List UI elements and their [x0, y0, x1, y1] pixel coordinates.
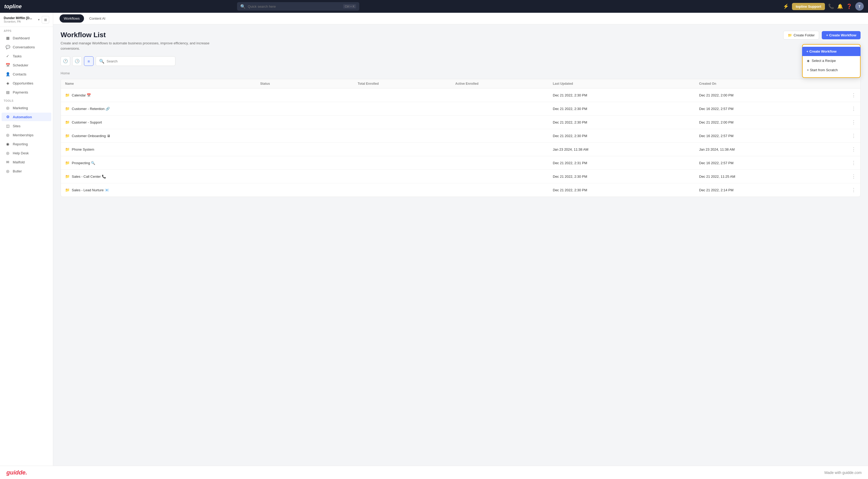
row-created-on: Dec 16 2022, 2:57 PM	[699, 134, 846, 138]
row-menu-button[interactable]: ⋮	[845, 119, 856, 125]
sidebar-item-dashboard[interactable]: ▦ Dashboard	[2, 34, 51, 42]
col-total-enrolled: Total Enrolled	[358, 82, 455, 86]
sidebar-item-automation[interactable]: ⚙ Automation	[2, 113, 51, 121]
row-last-updated: Dec 21 2022, 2:31 PM	[553, 161, 699, 165]
chevron-down-icon: ▾	[38, 18, 40, 22]
row-menu-button[interactable]: ⋮	[845, 173, 856, 179]
row-menu-button[interactable]: ⋮	[845, 160, 856, 166]
account-switcher[interactable]: Dunder Mifflin [D... Scranton, PA ▾ ⊞	[0, 13, 53, 27]
phone-icon[interactable]: 📞	[828, 3, 834, 9]
sidebar-item-butler[interactable]: ◎ Butler	[2, 167, 51, 175]
row-created-on: Jan 23 2024, 11:38 AM	[699, 148, 846, 152]
time-view-button[interactable]: 🕒	[72, 56, 82, 66]
lightning-icon[interactable]: ⚡	[783, 3, 789, 9]
sidebar-item-tasks[interactable]: ✓ Tasks	[2, 52, 51, 60]
row-created-on: Dec 16 2022, 2:57 PM	[699, 107, 846, 111]
row-name-customer-onboarding: 📁 Customer Onboarding 🖥	[65, 134, 260, 138]
row-menu-button[interactable]: ⋮	[845, 187, 856, 193]
sidebar-item-sites[interactable]: ◫ Sites	[2, 122, 51, 130]
folder-icon: 📁	[65, 188, 70, 192]
sidebar-item-contacts[interactable]: 👤 Contacts	[2, 70, 51, 78]
sidebar-item-label: Help Desk	[13, 151, 48, 155]
toolbar: 🕐 🕒 ≡ 🔍 ☰ Filters	[61, 56, 861, 66]
sidebar-item-mailfold[interactable]: ✉ Mailfold	[2, 158, 51, 166]
page-subtitle: Create and manage Workflows to automate …	[61, 41, 220, 51]
col-name: Name	[65, 82, 260, 86]
sidebar-item-opportunities[interactable]: ◈ Opportunities	[2, 79, 51, 87]
row-name-customer-support: 📁 Customer - Support	[65, 120, 260, 124]
sidebar-item-label: Scheduler	[13, 63, 48, 67]
contacts-icon: 👤	[5, 72, 10, 76]
workflow-table: Name Status Total Enrolled Active Enroll…	[61, 79, 861, 197]
folder-icon: 📁	[788, 33, 792, 37]
col-last-updated: Last Updated	[553, 82, 699, 86]
row-menu-button[interactable]: ⋮	[845, 133, 856, 139]
page-content: Workflow List Create and manage Workflow…	[53, 25, 868, 479]
conversations-icon: 💬	[5, 45, 10, 49]
sidebar-item-marketing[interactable]: ◎ Marketing	[2, 104, 51, 112]
automation-icon: ⚙	[5, 115, 10, 119]
sidebar-item-memberships[interactable]: ◎ Memberships	[2, 131, 51, 139]
global-search-bar[interactable]: 🔍 Ctrl + K	[237, 2, 359, 11]
row-name-phone-system: 📁 Phone System	[65, 147, 260, 152]
avatar[interactable]: T	[855, 2, 864, 11]
sidebar-item-label: Memberships	[13, 133, 48, 137]
row-menu-button[interactable]: ⋮	[845, 147, 856, 152]
workflow-search-bar[interactable]: 🔍	[96, 56, 176, 66]
dropdown-start-from-scratch[interactable]: + Start from Scratch	[803, 65, 860, 75]
help-icon[interactable]: ❓	[846, 3, 852, 9]
clock-view-button[interactable]: 🕐	[61, 56, 70, 66]
scheduler-icon: 📅	[5, 63, 10, 67]
sites-icon: ◫	[5, 124, 10, 128]
folder-icon: 📁	[65, 120, 70, 124]
footer-logo: guidde.	[6, 469, 27, 476]
col-active-enrolled: Active Enrolled	[455, 82, 553, 86]
sidebar-item-label: Opportunities	[13, 81, 48, 85]
table-header: Name Status Total Enrolled Active Enroll…	[61, 79, 860, 89]
support-button[interactable]: topline Support	[792, 3, 825, 10]
marketing-icon: ◎	[5, 106, 10, 110]
list-view-button[interactable]: ≡	[84, 56, 94, 66]
search-shortcut: Ctrl + K	[343, 4, 356, 8]
row-last-updated: Dec 21 2022, 2:30 PM	[553, 93, 699, 97]
reporting-icon: ◉	[5, 142, 10, 146]
sidebar: Dunder Mifflin [D... Scranton, PA ▾ ⊞ Ap…	[0, 13, 53, 479]
top-navigation: topline 🔍 Ctrl + K ⚡ topline Support 📞 🔔…	[0, 0, 868, 13]
sidebar-item-helpdesk[interactable]: ◎ Help Desk	[2, 149, 51, 157]
table-row: 📁 Sales - Lead Nurture 📧 Dec 21 2022, 2:…	[61, 183, 860, 197]
dropdown-select-recipe[interactable]: ◈ Select a Recipe	[803, 56, 860, 65]
sidebar-item-label: Dashboard	[13, 36, 48, 40]
sidebar-item-reporting[interactable]: ◉ Reporting	[2, 140, 51, 148]
search-input[interactable]	[248, 4, 341, 8]
table-row: 📁 Calendar 📅 Dec 21 2022, 2:30 PM Dec 21…	[61, 89, 860, 102]
sidebar-item-payments[interactable]: ▤ Payments	[2, 88, 51, 96]
sidebar-item-conversations[interactable]: 💬 Conversations	[2, 43, 51, 51]
row-created-on: Dec 21 2022, 2:14 PM	[699, 188, 846, 192]
tab-content-ai[interactable]: Content AI	[85, 14, 110, 23]
sidebar-item-scheduler[interactable]: 📅 Scheduler	[2, 61, 51, 69]
layout-toggle-icon[interactable]: ⊞	[42, 16, 49, 23]
row-last-updated: Jan 23 2024, 11:38 AM	[553, 148, 699, 152]
row-last-updated: Dec 21 2022, 2:30 PM	[553, 134, 699, 138]
page-title-section: Workflow List Create and manage Workflow…	[61, 31, 220, 51]
bell-icon[interactable]: 🔔	[837, 3, 843, 9]
tasks-icon: ✓	[5, 54, 10, 58]
row-menu-button[interactable]: ⋮	[845, 92, 856, 98]
create-workflow-button[interactable]: + Create Workflow	[822, 31, 861, 39]
folder-icon: 📁	[65, 134, 70, 138]
row-menu-button[interactable]: ⋮	[845, 106, 856, 111]
footer: guidde. Made with guidde.com	[0, 466, 868, 479]
workflow-search-input[interactable]	[106, 59, 172, 63]
table-row: 📁 Customer - Retention 🔗 Dec 21 2022, 2:…	[61, 102, 860, 116]
create-folder-button[interactable]: 📁 Create Folder	[783, 31, 819, 40]
row-created-on: Dec 16 2022, 2:57 PM	[699, 161, 846, 165]
dropdown-header[interactable]: + Create Workflow	[802, 47, 861, 56]
page-title: Workflow List	[61, 31, 220, 39]
tab-workflows[interactable]: Workflows	[60, 14, 84, 23]
account-name: Dunder Mifflin [D...	[4, 16, 36, 20]
row-last-updated: Dec 21 2022, 2:30 PM	[553, 120, 699, 124]
topnav-right-actions: ⚡ topline Support 📞 🔔 ❓ T	[783, 2, 864, 11]
main-layout: Dunder Mifflin [D... Scranton, PA ▾ ⊞ Ap…	[0, 13, 868, 479]
sidebar-item-label: Automation	[13, 115, 48, 119]
table-row: 📁 Sales - Call Center 📞 Dec 21 2022, 2:3…	[61, 170, 860, 183]
